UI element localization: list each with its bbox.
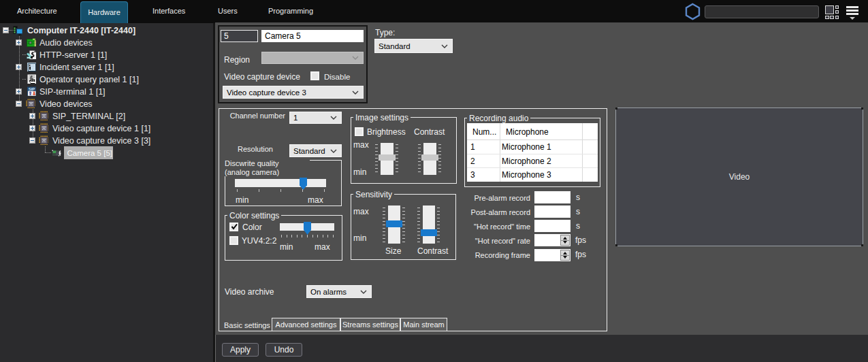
svg-text:SIP: SIP — [29, 87, 35, 91]
